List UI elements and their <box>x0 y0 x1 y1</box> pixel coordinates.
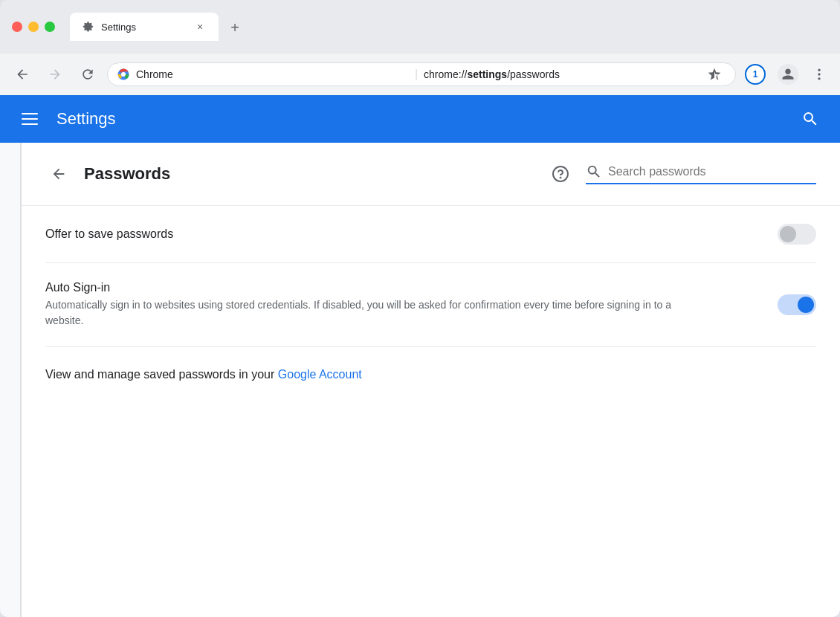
offer-to-save-toggle[interactable] <box>778 224 816 245</box>
google-account-row: View and manage saved passwords in your … <box>22 347 840 402</box>
passwords-back-button[interactable] <box>45 161 72 187</box>
offer-to-save-label: Offer to save passwords <box>45 227 778 241</box>
tab-title: Settings <box>101 22 187 33</box>
new-tab-button[interactable]: + <box>224 17 245 38</box>
help-button[interactable] <box>547 161 574 187</box>
browser-window: Settings × + Chrome <box>0 0 840 617</box>
hamburger-icon <box>22 113 38 125</box>
svg-point-2 <box>121 72 125 76</box>
settings-search-button[interactable] <box>795 104 825 134</box>
tab-close-button[interactable]: × <box>193 20 207 33</box>
extension-area: 1 <box>745 62 831 86</box>
google-account-text: View and manage saved passwords in your <box>45 368 278 381</box>
address-divider: | <box>415 68 418 81</box>
search-passwords-icon <box>586 164 602 180</box>
profile-button[interactable] <box>778 64 798 85</box>
back-button[interactable] <box>9 61 36 88</box>
tab-bar: Settings × + <box>70 13 828 41</box>
offer-to-save-content: Offer to save passwords <box>45 227 778 241</box>
active-tab[interactable]: Settings × <box>70 13 219 41</box>
content-area: Passwords <box>21 143 840 617</box>
help-icon <box>552 165 569 183</box>
google-account-link[interactable]: Google Account <box>278 368 362 381</box>
page-layout: Passwords <box>0 143 840 617</box>
titlebar: Settings × + <box>0 0 840 54</box>
settings-header-title: Settings <box>56 109 795 129</box>
offer-to-save-row: Offer to save passwords <box>45 206 816 263</box>
auto-signin-content: Auto Sign-in Automatically sign in to we… <box>45 281 778 329</box>
svg-point-4 <box>818 73 820 75</box>
address-brand: Chrome <box>136 68 409 80</box>
svg-point-5 <box>818 77 820 80</box>
search-passwords-input[interactable] <box>608 165 816 178</box>
back-arrow-icon <box>51 166 67 182</box>
traffic-lights <box>12 22 55 32</box>
chrome-icon <box>117 68 130 81</box>
reload-button[interactable] <box>74 61 101 88</box>
sidebar <box>0 143 21 617</box>
auto-signin-row: Auto Sign-in Automatically sign in to we… <box>45 263 816 347</box>
settings-header: Settings <box>0 95 840 143</box>
passwords-page-title: Passwords <box>84 164 535 184</box>
address-bar[interactable]: Chrome | chrome://settings/passwords <box>107 62 736 86</box>
close-window-button[interactable] <box>12 22 22 32</box>
minimize-window-button[interactable] <box>28 22 39 32</box>
search-icon <box>801 110 819 128</box>
passwords-header: Passwords <box>22 143 840 206</box>
hamburger-menu-button[interactable] <box>15 104 45 134</box>
auto-signin-toggle[interactable] <box>778 294 816 315</box>
onepassword-extension-icon[interactable]: 1 <box>745 64 766 85</box>
toggle-thumb <box>780 226 796 242</box>
auto-signin-description: Automatically sign in to websites using … <box>45 297 685 329</box>
address-url: chrome://settings/passwords <box>424 68 697 80</box>
svg-point-3 <box>818 69 820 71</box>
auto-signin-title: Auto Sign-in <box>45 281 778 294</box>
search-passwords-container <box>586 164 816 184</box>
forward-button[interactable] <box>42 61 68 88</box>
maximize-window-button[interactable] <box>45 22 55 32</box>
bookmark-button[interactable] <box>702 62 726 86</box>
addressbar-row: Chrome | chrome://settings/passwords 1 <box>0 54 840 95</box>
more-menu-button[interactable] <box>807 62 831 86</box>
toggle-thumb-on <box>798 297 814 313</box>
svg-point-7 <box>560 178 561 178</box>
settings-tab-icon <box>82 20 95 33</box>
url-bold-part: settings <box>467 68 507 80</box>
settings-section: Offer to save passwords Auto Sign-in Aut… <box>22 206 840 347</box>
